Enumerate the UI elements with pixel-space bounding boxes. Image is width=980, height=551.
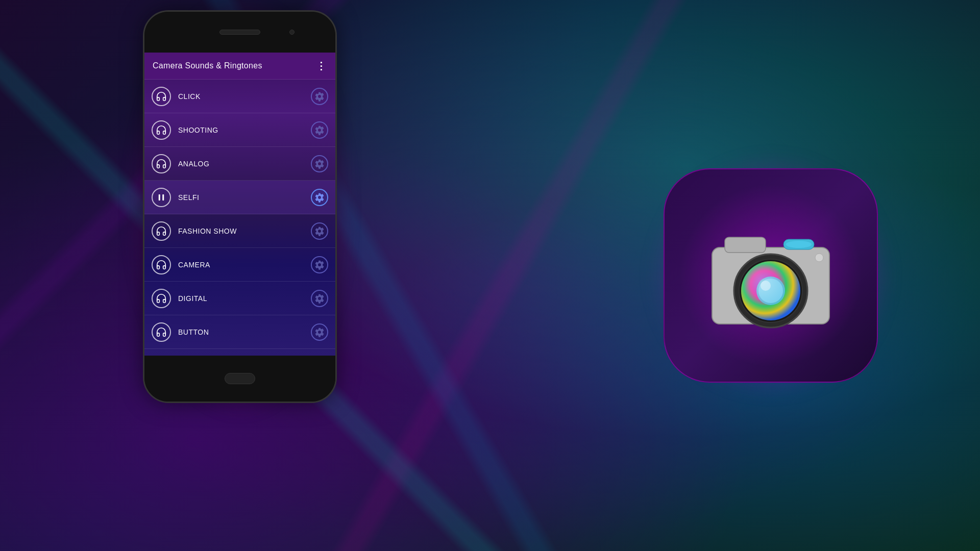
sound-label-digital: DIGITAL bbox=[178, 294, 311, 303]
phone-screen: Camera Sounds & Ringtones ⋮ CLICK bbox=[144, 53, 335, 356]
gear-icon-digital[interactable] bbox=[311, 290, 328, 307]
pause-icon bbox=[152, 188, 171, 207]
headphone-icon-click bbox=[152, 87, 171, 106]
phone-top bbox=[144, 12, 335, 53]
sound-label-shooting: SHOOTING bbox=[178, 126, 311, 134]
sound-item-analog[interactable]: ANALOG bbox=[144, 147, 335, 181]
sound-item-camera[interactable]: CAMERA bbox=[144, 248, 335, 282]
sound-item-digital[interactable]: DIGITAL bbox=[144, 282, 335, 315]
headphone-icon-camera bbox=[152, 255, 171, 274]
headphone-icon-analog bbox=[152, 154, 171, 173]
svg-rect-1 bbox=[162, 194, 164, 201]
sound-item-selfi[interactable]: SELFI bbox=[144, 181, 335, 214]
sound-label-analog: ANALOG bbox=[178, 160, 311, 168]
svg-point-13 bbox=[815, 254, 823, 262]
sound-item-shooting[interactable]: SHOOTING bbox=[144, 113, 335, 147]
sound-item-button[interactable]: BUTTON bbox=[144, 315, 335, 349]
gear-icon-camera[interactable] bbox=[311, 256, 328, 273]
menu-dots-button[interactable]: ⋮ bbox=[316, 60, 327, 72]
headphone-icon-shooting bbox=[152, 120, 171, 140]
phone-mockup: Camera Sounds & Ringtones ⋮ CLICK bbox=[143, 10, 337, 403]
svg-rect-3 bbox=[725, 237, 766, 253]
gear-icon-button[interactable] bbox=[311, 323, 328, 341]
svg-rect-0 bbox=[159, 194, 160, 201]
phone-speaker bbox=[219, 30, 260, 35]
gear-icon-shooting[interactable] bbox=[311, 121, 328, 139]
headphone-icon-fashion-show bbox=[152, 221, 171, 241]
headphone-icon-button bbox=[152, 322, 171, 342]
sound-list: CLICK SHOOTING bbox=[144, 80, 335, 349]
gear-icon-analog[interactable] bbox=[311, 155, 328, 172]
sound-item-fashion-show[interactable]: FASHION SHOW bbox=[144, 214, 335, 248]
camera-app-icon[interactable] bbox=[664, 168, 878, 383]
svg-point-5 bbox=[786, 241, 812, 248]
gear-icon-fashion-show[interactable] bbox=[311, 222, 328, 240]
phone-body: Camera Sounds & Ringtones ⋮ CLICK bbox=[143, 10, 337, 403]
camera-icon-svg bbox=[697, 217, 845, 334]
sound-label-camera: CAMERA bbox=[178, 261, 311, 269]
phone-front-camera bbox=[289, 30, 295, 35]
svg-point-12 bbox=[741, 261, 800, 320]
sound-label-selfi: SELFI bbox=[178, 193, 311, 202]
app-title: Camera Sounds & Ringtones bbox=[153, 61, 262, 70]
app-header: Camera Sounds & Ringtones ⋮ bbox=[144, 53, 335, 80]
sound-label-click: CLICK bbox=[178, 92, 311, 101]
sound-label-fashion-show: FASHION SHOW bbox=[178, 227, 311, 235]
sound-item-click[interactable]: CLICK bbox=[144, 80, 335, 113]
sound-label-button: BUTTON bbox=[178, 328, 311, 336]
phone-bottom bbox=[144, 356, 335, 402]
home-button[interactable] bbox=[225, 373, 255, 384]
headphone-icon-digital bbox=[152, 289, 171, 308]
camera-icon-container bbox=[664, 168, 878, 383]
gear-icon-click[interactable] bbox=[311, 88, 328, 105]
gear-icon-selfi[interactable] bbox=[311, 189, 328, 206]
